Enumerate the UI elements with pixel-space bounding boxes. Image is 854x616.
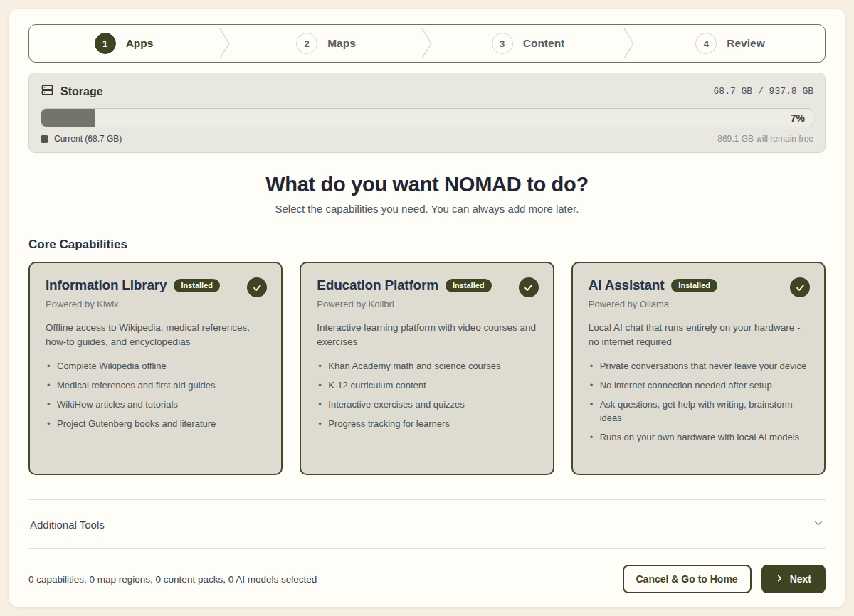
- step-label: Review: [727, 37, 764, 50]
- feature-item: Interactive exercises and quizzes: [317, 398, 538, 412]
- legend-current-dot: [41, 135, 48, 143]
- feature-item: No internet connection needed after setu…: [589, 379, 810, 393]
- storage-panel: Storage 68.7 GB / 937.8 GB 7% Current (6…: [28, 73, 826, 153]
- next-button-label: Next: [790, 573, 811, 585]
- storage-title: Storage: [60, 85, 103, 98]
- chevron-down-icon: [813, 517, 824, 531]
- step-number-badge: 4: [695, 33, 717, 54]
- chevron-right-icon: [776, 573, 784, 585]
- wizard-stepper: 1 Apps 2 Maps 3 Content 4 Review: [28, 24, 826, 63]
- feature-item: Complete Wikipedia offline: [46, 360, 267, 373]
- step-content[interactable]: 3 Content: [433, 25, 623, 62]
- installed-badge: Installed: [174, 279, 220, 292]
- feature-item: Progress tracking for learners: [317, 418, 538, 431]
- additional-tools-toggle[interactable]: Additional Tools: [28, 500, 826, 548]
- feature-item: Ask questions, get help with writing, br…: [589, 398, 810, 425]
- powered-by-text: Powered by Ollama: [589, 299, 810, 309]
- step-review[interactable]: 4 Review: [636, 25, 825, 62]
- next-button[interactable]: Next: [761, 565, 826, 593]
- step-number-badge: 3: [492, 33, 513, 54]
- step-number-badge: 1: [95, 33, 116, 54]
- selected-check-icon[interactable]: [519, 277, 539, 297]
- core-capabilities-heading: Core Capabilities: [28, 238, 826, 252]
- card-description: Local AI chat that runs entirely on your…: [589, 321, 810, 349]
- storage-remaining-text: 869.1 GB will remain free: [717, 134, 813, 144]
- step-label: Content: [523, 37, 565, 50]
- wizard-footer: 0 capabilities, 0 map regions, 0 content…: [28, 549, 826, 593]
- card-title: Education Platform: [317, 277, 438, 293]
- feature-item: Project Gutenberg books and literature: [46, 418, 267, 431]
- page-subtitle: Select the capabilities you need. You ca…: [28, 203, 826, 215]
- installed-badge: Installed: [446, 279, 492, 292]
- storage-progress-bar: 7%: [41, 108, 813, 127]
- feature-list: Private conversations that never leave y…: [589, 360, 810, 444]
- step-label: Apps: [126, 37, 154, 50]
- storage-usage-text: 68.7 GB / 937.8 GB: [714, 86, 813, 97]
- step-label: Maps: [327, 37, 356, 50]
- step-separator-icon: [421, 25, 433, 62]
- additional-tools-label: Additional Tools: [30, 519, 105, 531]
- feature-item: WikiHow articles and tutorials: [46, 398, 267, 412]
- selected-check-icon[interactable]: [790, 277, 810, 297]
- powered-by-text: Powered by Kolibri: [317, 299, 538, 309]
- storage-percent-label: 7%: [791, 112, 805, 124]
- card-ai-assistant[interactable]: AI Assistant Installed Powered by Ollama…: [571, 262, 826, 475]
- step-maps[interactable]: 2 Maps: [231, 25, 421, 62]
- step-separator-icon: [218, 25, 231, 62]
- storage-progress-fill: [41, 109, 95, 127]
- setup-wizard-panel: 1 Apps 2 Maps 3 Content 4 Review: [9, 9, 845, 607]
- installed-badge: Installed: [671, 279, 717, 292]
- powered-by-text: Powered by Kiwix: [46, 299, 267, 309]
- card-description: Offline access to Wikipedia, medical ref…: [46, 321, 267, 349]
- feature-item: K-12 curriculum content: [317, 379, 538, 393]
- step-number-badge: 2: [296, 33, 317, 54]
- selection-summary: 0 capabilities, 0 map regions, 0 content…: [28, 574, 317, 585]
- step-apps[interactable]: 1 Apps: [29, 25, 218, 62]
- legend-current-label: Current (68.7 GB): [54, 134, 122, 144]
- feature-list: Complete Wikipedia offline Medical refer…: [46, 360, 267, 430]
- feature-item: Private conversations that never leave y…: [589, 360, 810, 373]
- card-information-library[interactable]: Information Library Installed Powered by…: [28, 262, 283, 475]
- feature-item: Medical references and first aid guides: [46, 379, 267, 393]
- capability-cards: Information Library Installed Powered by…: [28, 262, 826, 475]
- selected-check-icon[interactable]: [247, 277, 267, 297]
- feature-item: Khan Academy math and science courses: [317, 360, 538, 373]
- card-education-platform[interactable]: Education Platform Installed Powered by …: [300, 262, 554, 475]
- card-title: AI Assistant: [589, 277, 665, 293]
- storage-drive-icon: [41, 83, 54, 100]
- step-separator-icon: [623, 25, 636, 62]
- card-title: Information Library: [46, 277, 167, 293]
- feature-item: Runs on your own hardware with local AI …: [589, 431, 810, 445]
- cancel-button[interactable]: Cancel & Go to Home: [623, 565, 752, 593]
- card-description: Interactive learning platform with video…: [317, 321, 538, 349]
- feature-list: Khan Academy math and science courses K-…: [317, 360, 538, 430]
- page-title: What do you want NOMAD to do?: [28, 173, 826, 196]
